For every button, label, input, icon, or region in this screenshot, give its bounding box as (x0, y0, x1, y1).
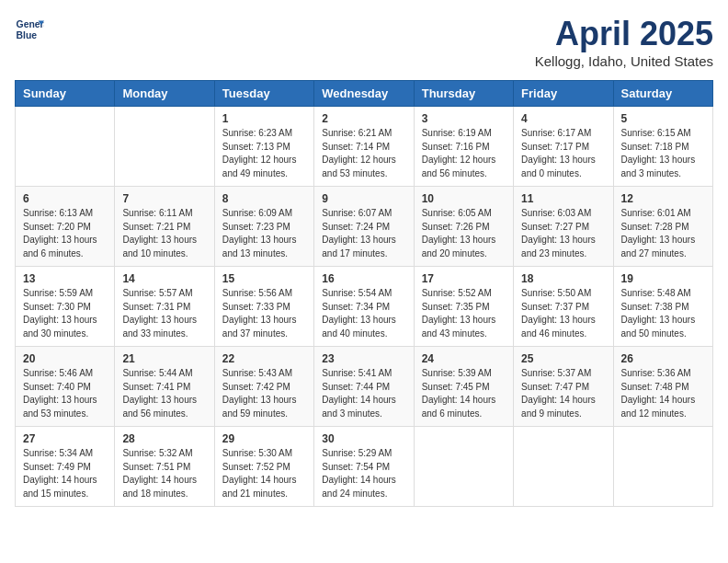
day-number: 19 (621, 272, 705, 285)
day-number: 26 (621, 352, 705, 365)
logo: General Blue (15, 15, 44, 44)
calendar-cell (414, 427, 513, 507)
day-info: Sunrise: 5:34 AM Sunset: 7:49 PM Dayligh… (23, 447, 107, 500)
calendar-cell: 1Sunrise: 6:23 AM Sunset: 7:13 PM Daylig… (214, 107, 313, 187)
day-info: Sunrise: 6:01 AM Sunset: 7:28 PM Dayligh… (621, 207, 705, 260)
calendar-cell: 27Sunrise: 5:34 AM Sunset: 7:49 PM Dayli… (16, 427, 115, 507)
day-info: Sunrise: 5:43 AM Sunset: 7:42 PM Dayligh… (222, 367, 306, 420)
calendar-cell: 24Sunrise: 5:39 AM Sunset: 7:45 PM Dayli… (414, 347, 513, 427)
day-info: Sunrise: 5:39 AM Sunset: 7:45 PM Dayligh… (422, 367, 506, 420)
day-info: Sunrise: 5:29 AM Sunset: 7:54 PM Dayligh… (322, 447, 405, 500)
calendar-cell: 18Sunrise: 5:50 AM Sunset: 7:37 PM Dayli… (514, 267, 613, 347)
day-info: Sunrise: 6:11 AM Sunset: 7:21 PM Dayligh… (122, 207, 206, 260)
day-number: 5 (621, 112, 705, 125)
calendar-cell: 6Sunrise: 6:13 AM Sunset: 7:20 PM Daylig… (16, 187, 115, 267)
calendar-cell: 10Sunrise: 6:05 AM Sunset: 7:26 PM Dayli… (414, 187, 513, 267)
day-number: 2 (322, 112, 405, 125)
calendar-cell: 15Sunrise: 5:56 AM Sunset: 7:33 PM Dayli… (214, 267, 313, 347)
weekday-header: Thursday (414, 81, 513, 107)
weekday-header: Sunday (16, 81, 115, 107)
calendar-cell: 7Sunrise: 6:11 AM Sunset: 7:21 PM Daylig… (115, 187, 214, 267)
calendar-cell: 22Sunrise: 5:43 AM Sunset: 7:42 PM Dayli… (214, 347, 313, 427)
calendar-cell: 23Sunrise: 5:41 AM Sunset: 7:44 PM Dayli… (314, 347, 414, 427)
day-info: Sunrise: 5:56 AM Sunset: 7:33 PM Dayligh… (222, 287, 306, 340)
day-number: 14 (122, 272, 206, 285)
svg-text:Blue: Blue (17, 30, 38, 40)
day-number: 21 (122, 352, 206, 365)
calendar-week-row: 20Sunrise: 5:46 AM Sunset: 7:40 PM Dayli… (16, 347, 713, 427)
day-info: Sunrise: 6:13 AM Sunset: 7:20 PM Dayligh… (23, 207, 107, 260)
calendar-cell: 3Sunrise: 6:19 AM Sunset: 7:16 PM Daylig… (414, 107, 513, 187)
day-number: 4 (521, 112, 605, 125)
calendar-cell: 13Sunrise: 5:59 AM Sunset: 7:30 PM Dayli… (16, 267, 115, 347)
day-number: 20 (23, 352, 107, 365)
weekday-header: Wednesday (314, 81, 414, 107)
day-number: 27 (23, 432, 107, 445)
day-info: Sunrise: 6:23 AM Sunset: 7:13 PM Dayligh… (222, 127, 306, 180)
day-info: Sunrise: 6:17 AM Sunset: 7:17 PM Dayligh… (521, 127, 605, 180)
calendar-cell: 4Sunrise: 6:17 AM Sunset: 7:17 PM Daylig… (514, 107, 613, 187)
calendar-cell: 21Sunrise: 5:44 AM Sunset: 7:41 PM Dayli… (115, 347, 214, 427)
calendar-cell: 14Sunrise: 5:57 AM Sunset: 7:31 PM Dayli… (115, 267, 214, 347)
day-number: 24 (422, 352, 506, 365)
weekday-header: Friday (514, 81, 613, 107)
day-number: 8 (222, 192, 306, 205)
day-info: Sunrise: 6:05 AM Sunset: 7:26 PM Dayligh… (422, 207, 506, 260)
day-number: 15 (222, 272, 306, 285)
calendar-cell: 26Sunrise: 5:36 AM Sunset: 7:48 PM Dayli… (613, 347, 712, 427)
calendar-cell: 19Sunrise: 5:48 AM Sunset: 7:38 PM Dayli… (613, 267, 712, 347)
day-info: Sunrise: 5:36 AM Sunset: 7:48 PM Dayligh… (621, 367, 705, 420)
day-info: Sunrise: 5:30 AM Sunset: 7:52 PM Dayligh… (222, 447, 306, 500)
day-number: 23 (322, 352, 405, 365)
weekday-header: Monday (115, 81, 214, 107)
page-header: General Blue April 2025 Kellogg, Idaho, … (15, 15, 713, 69)
day-number: 13 (23, 272, 107, 285)
day-info: Sunrise: 5:54 AM Sunset: 7:34 PM Dayligh… (322, 287, 405, 340)
calendar-week-row: 13Sunrise: 5:59 AM Sunset: 7:30 PM Dayli… (16, 267, 713, 347)
weekday-header-row: SundayMondayTuesdayWednesdayThursdayFrid… (16, 81, 713, 107)
day-number: 6 (23, 192, 107, 205)
day-number: 22 (222, 352, 306, 365)
day-info: Sunrise: 6:09 AM Sunset: 7:23 PM Dayligh… (222, 207, 306, 260)
day-number: 3 (422, 112, 506, 125)
calendar-cell: 17Sunrise: 5:52 AM Sunset: 7:35 PM Dayli… (414, 267, 513, 347)
calendar-cell (613, 427, 712, 507)
day-info: Sunrise: 5:57 AM Sunset: 7:31 PM Dayligh… (122, 287, 206, 340)
calendar-cell (115, 107, 214, 187)
calendar-cell (16, 107, 115, 187)
day-number: 10 (422, 192, 506, 205)
day-number: 17 (422, 272, 506, 285)
day-info: Sunrise: 6:07 AM Sunset: 7:24 PM Dayligh… (322, 207, 405, 260)
day-info: Sunrise: 6:03 AM Sunset: 7:27 PM Dayligh… (521, 207, 605, 260)
day-info: Sunrise: 5:37 AM Sunset: 7:47 PM Dayligh… (521, 367, 605, 420)
calendar-cell: 5Sunrise: 6:15 AM Sunset: 7:18 PM Daylig… (613, 107, 712, 187)
logo-icon: General Blue (15, 15, 44, 44)
day-number: 28 (122, 432, 206, 445)
calendar-cell: 8Sunrise: 6:09 AM Sunset: 7:23 PM Daylig… (214, 187, 313, 267)
day-number: 1 (222, 112, 306, 125)
calendar-cell: 9Sunrise: 6:07 AM Sunset: 7:24 PM Daylig… (314, 187, 414, 267)
calendar-week-row: 27Sunrise: 5:34 AM Sunset: 7:49 PM Dayli… (16, 427, 713, 507)
calendar-cell: 25Sunrise: 5:37 AM Sunset: 7:47 PM Dayli… (514, 347, 613, 427)
calendar-cell: 12Sunrise: 6:01 AM Sunset: 7:28 PM Dayli… (613, 187, 712, 267)
day-info: Sunrise: 5:48 AM Sunset: 7:38 PM Dayligh… (621, 287, 705, 340)
calendar-cell: 29Sunrise: 5:30 AM Sunset: 7:52 PM Dayli… (214, 427, 313, 507)
day-info: Sunrise: 5:44 AM Sunset: 7:41 PM Dayligh… (122, 367, 206, 420)
day-info: Sunrise: 5:46 AM Sunset: 7:40 PM Dayligh… (23, 367, 107, 420)
day-info: Sunrise: 5:41 AM Sunset: 7:44 PM Dayligh… (322, 367, 405, 420)
day-number: 25 (521, 352, 605, 365)
day-number: 29 (222, 432, 306, 445)
calendar-cell: 2Sunrise: 6:21 AM Sunset: 7:14 PM Daylig… (314, 107, 414, 187)
calendar-cell: 30Sunrise: 5:29 AM Sunset: 7:54 PM Dayli… (314, 427, 414, 507)
day-info: Sunrise: 5:50 AM Sunset: 7:37 PM Dayligh… (521, 287, 605, 340)
day-info: Sunrise: 6:15 AM Sunset: 7:18 PM Dayligh… (621, 127, 705, 180)
calendar-cell: 28Sunrise: 5:32 AM Sunset: 7:51 PM Dayli… (115, 427, 214, 507)
day-number: 18 (521, 272, 605, 285)
calendar-cell (514, 427, 613, 507)
calendar-cell: 11Sunrise: 6:03 AM Sunset: 7:27 PM Dayli… (514, 187, 613, 267)
day-info: Sunrise: 6:19 AM Sunset: 7:16 PM Dayligh… (422, 127, 506, 180)
title-block: April 2025 Kellogg, Idaho, United States (535, 15, 713, 69)
calendar-week-row: 6Sunrise: 6:13 AM Sunset: 7:20 PM Daylig… (16, 187, 713, 267)
calendar-cell: 20Sunrise: 5:46 AM Sunset: 7:40 PM Dayli… (16, 347, 115, 427)
calendar-week-row: 1Sunrise: 6:23 AM Sunset: 7:13 PM Daylig… (16, 107, 713, 187)
